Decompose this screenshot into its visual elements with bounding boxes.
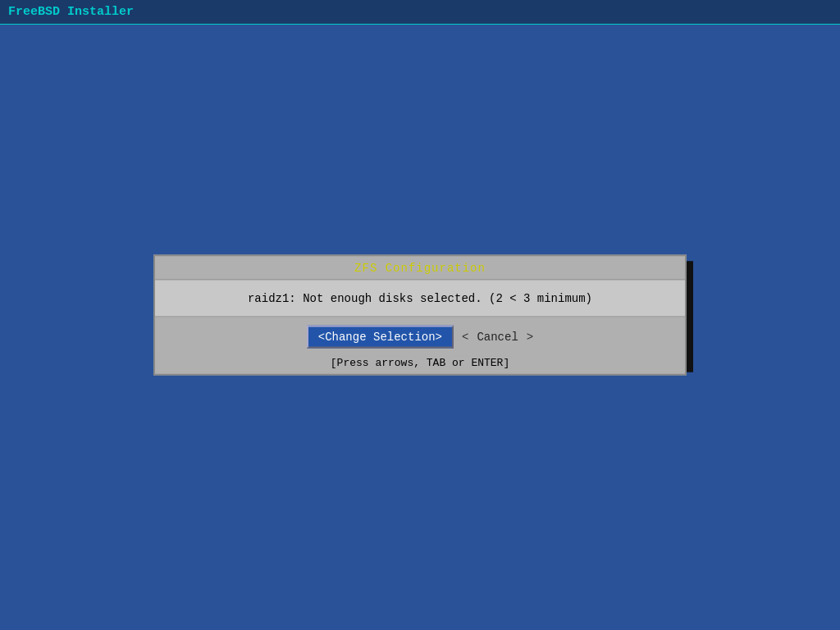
dialog-title: ZFS Configuration bbox=[155, 257, 685, 281]
dialog-container: ZFS Configuration raidz1: Not enough dis… bbox=[153, 255, 687, 376]
dialog-message: raidz1: Not enough disks selected. (2 < … bbox=[155, 281, 685, 317]
dialog-box: ZFS Configuration raidz1: Not enough dis… bbox=[153, 255, 687, 376]
app-title: FreeBSD Installer bbox=[8, 5, 134, 19]
cancel-label: Cancel bbox=[477, 331, 518, 344]
left-arrow-label: < bbox=[462, 331, 468, 344]
right-arrow-label: > bbox=[527, 331, 533, 344]
title-bar: FreeBSD Installer bbox=[0, 0, 840, 25]
dialog-buttons-area: <Change Selection> < Cancel > bbox=[155, 317, 685, 357]
change-selection-button[interactable]: <Change Selection> bbox=[307, 326, 454, 349]
dialog-hint: [Press arrows, TAB or ENTER] bbox=[155, 357, 685, 374]
